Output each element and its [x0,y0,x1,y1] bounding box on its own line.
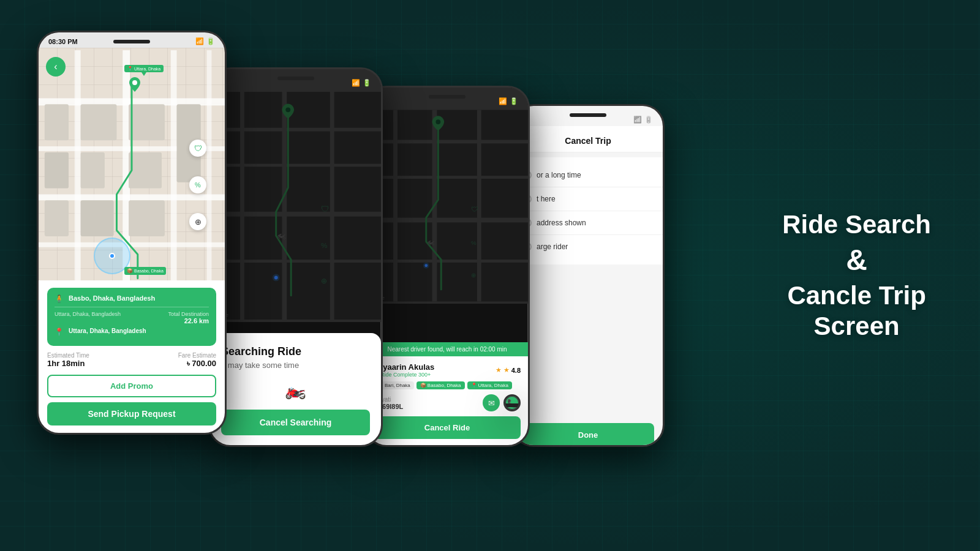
phone-3-screen: 📶 🔋 🏍 [366,88,528,445]
phone-3-map: 🏍 🛡 % ⊕ Google [366,108,528,304]
svg-text:🏍: 🏍 [276,230,286,241]
star-1: ★ [496,366,502,374]
svg-rect-4 [75,50,81,302]
add-promo-button[interactable]: Add Promo [47,375,216,397]
svg-rect-13 [129,200,165,236]
svg-rect-7 [207,50,212,302]
cancel-option-2[interactable]: t here [513,187,663,211]
phone-3-status-bar: 📶 🔋 [366,88,528,108]
svg-rect-15 [45,104,69,140]
searching-title: Searching Ride [221,345,370,358]
svg-rect-16 [45,152,69,189]
cancel-option-4[interactable]: arge rider [513,235,663,258]
from-location: Basbo, Dhaka, Bangladesh [69,294,155,302]
option-4-text: arge rider [537,242,568,251]
cancel-ride-button[interactable]: Cancel Ride [374,416,521,439]
fare-value: ৳ 700.00 [178,359,216,369]
svg-rect-6 [171,50,177,302]
basabo-pin: 📦 Basabo, Dhaka [124,267,166,275]
contact-icons: ✉ 📞 [483,394,521,411]
to-location: Uttara, Dhaka, Bangladesh [55,311,121,317]
battery-icon: 🔋 [206,37,215,45]
tag-label-1: Bari, Dhaka [385,383,410,388]
wifi-icon-2: 📶 [352,79,360,87]
battery-icon-2: 🔋 [363,79,371,87]
svg-rect-39 [366,260,528,263]
email-button[interactable]: ✉ [483,394,500,411]
phone-1-time: 08:30 PM [48,38,78,45]
driver-found-banner: Nearest driver found, will reach in 02:0… [366,342,528,356]
svg-rect-11 [129,152,162,189]
from-row: 🧍 Basbo, Dhaka, Bangladesh [55,294,209,303]
star-2: ★ [503,366,510,374]
phone-4-status-bar: 📶 🔋 [513,106,663,126]
bike-icon: 🏍️ [221,380,370,400]
svg-rect-40 [393,110,398,302]
right-text-heading: Ride Search & Cancle Trip Screen [782,209,931,342]
driver-rating: ★ ★ 4.8 [496,366,521,374]
cancel-options-list: or a long time t here address shown arge… [513,157,663,264]
dark-map-svg-3: 🏍 🛡 % ⊕ Google [366,108,528,304]
battery-icon-4: 🔋 [644,116,653,124]
person-icon: 🧍 [55,294,64,303]
svg-rect-36 [366,140,528,143]
phone-1-bottom-panel: 🧍 Basbo, Dhaka, Bangladesh Uttara, Dhaka… [39,280,225,433]
svg-text:%: % [321,241,328,249]
svg-rect-21 [210,163,381,167]
vehicle-row: Hayati D569I89L ✉ 📞 [374,394,521,411]
time-value: 1hr 18min [47,359,89,368]
dest-pin [129,77,140,94]
total-dest: Total Destination 22.6 km [168,311,209,324]
location-pin-icon: 📍 [55,328,64,336]
percent-icon: % [189,176,206,193]
svg-point-43 [435,119,440,124]
dark-map-svg-2: 🏍 🛡 % ⊕ Google [210,89,381,322]
svg-text:⊕: ⊕ [321,277,327,285]
svg-text:🏍: 🏍 [426,238,435,247]
cancel-option-3[interactable]: address shown [513,211,663,235]
shield-icon: 🛡 [189,140,206,157]
to-pin-row: 📍 Uttara, Dhaka, Bangladesh [55,327,209,336]
phone-1-status-bar: 08:30 PM 📶 🔋 [39,32,225,48]
right-line-2: Cancle Trip [787,281,925,310]
svg-rect-37 [366,176,528,179]
verified-text: Ride Complete 300+ [380,372,431,378]
option-1-text: or a long time [537,171,581,179]
phone-4-cancel-screen: Cancel Trip or a long time t here addres… [513,126,663,445]
cancel-option-1[interactable]: or a long time [513,163,663,187]
svg-rect-19 [210,92,381,320]
rating-value: 4.8 [511,367,521,374]
right-line-1: Ride Search [782,210,931,239]
estimated-time: Estimated Time 1hr 18min [47,352,89,369]
tag-label-3: Uttara, Dhaka [478,383,508,388]
phone-button[interactable]: 📞 [503,394,521,411]
phone-1-status-icons: 📶 🔋 [195,37,215,45]
wifi-icon-3: 📶 [499,97,507,105]
svg-rect-38 [366,218,528,223]
right-line-3: Screen [814,312,900,340]
dest-row: Uttara, Dhaka, Bangladesh Total Destinat… [55,311,209,324]
time-fare-row: Estimated Time 1hr 18min Fare Estimate ৳… [47,352,216,369]
right-text-section: Ride Search & Cancle Trip Screen [782,209,931,342]
phone-3-bottom: Nearest driver found, will reach in 02:0… [366,342,528,445]
done-button[interactable]: Done [522,423,654,445]
phone-2-status-icons: 📶 🔋 [352,79,371,87]
wifi-icon: 📶 [195,37,204,45]
phone-4-status-icons: 📶 🔋 [633,116,653,124]
svg-rect-8 [81,104,117,140]
phone-2-bottom: Searching Ride It may take some time 🏍️ … [210,333,381,445]
phone-3-status-icons: 📶 🔋 [499,97,518,105]
svg-rect-17 [45,200,69,236]
svg-rect-25 [282,92,287,320]
cancel-searching-button[interactable]: Cancel Searching [221,410,370,435]
trip-divider [55,307,209,307]
svg-rect-10 [129,104,165,140]
send-pickup-button[interactable]: Send Pickup Request [47,402,216,425]
svg-rect-20 [210,128,381,132]
phone-2-screen: 📶 🔋 [210,69,381,445]
phone-1-screen: 08:30 PM 📶 🔋 [39,32,225,433]
back-button[interactable]: ‹ [46,57,66,77]
wifi-icon-4: 📶 [633,116,642,124]
right-amp: & [782,242,931,278]
fare-label: Fare Estimate [178,352,216,359]
